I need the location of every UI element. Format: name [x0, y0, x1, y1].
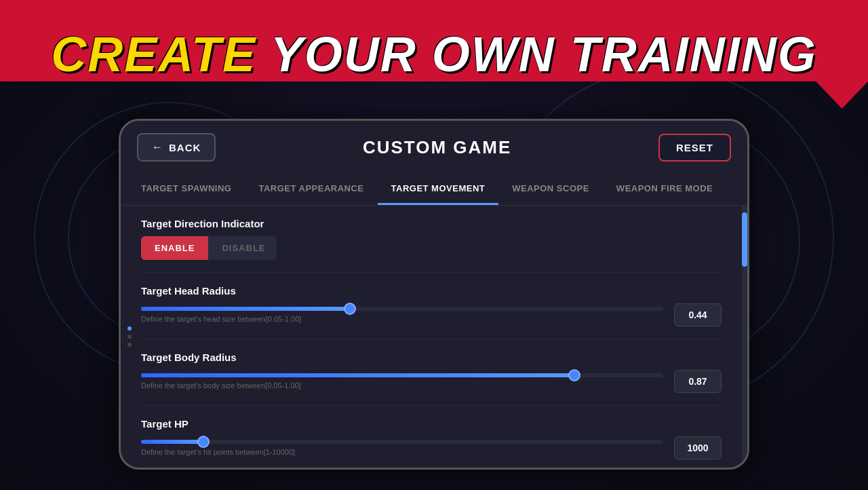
- target-hp-label: Target HP: [141, 418, 722, 430]
- tab-bar: TARGET SPAWNING TARGET APPEARANCE TARGET…: [121, 174, 747, 206]
- banner-title: CREATE YOUR OWN TRAINING: [51, 30, 816, 79]
- target-hp-slider-row: Define the target's hit points between[1…: [141, 436, 722, 459]
- head-radius-thumb[interactable]: [344, 303, 356, 315]
- back-arrow-icon: ←: [152, 141, 163, 153]
- setting-body-radius: Target Body Radius Define the target's b…: [141, 339, 722, 406]
- side-dot-3: [127, 343, 132, 347]
- back-label: BACK: [169, 142, 201, 153]
- scrollbar[interactable]: [742, 206, 747, 468]
- banner-title-white: YOUR OWN TRAINING: [256, 27, 817, 81]
- body-radius-label: Target Body Radius: [141, 352, 722, 363]
- body-radius-track[interactable]: [141, 373, 663, 377]
- content-area: Target Direction Indicator ENABLE DISABL…: [121, 206, 747, 468]
- head-radius-slider-container: Define the target's head size between[0.…: [141, 307, 663, 323]
- body-radius-thumb[interactable]: [568, 369, 580, 381]
- target-hp-value: 1000: [674, 436, 722, 459]
- scrollbar-thumb[interactable]: [742, 212, 747, 267]
- tab-target-appearance[interactable]: TARGET APPEARANCE: [245, 174, 377, 205]
- banner-title-yellow: CREATE: [51, 27, 256, 81]
- tab-target-spawning[interactable]: TARGET SPAWNING: [127, 174, 245, 205]
- head-radius-slider-row: Define the target's head size between[0.…: [141, 303, 722, 326]
- body-radius-value: 0.87: [674, 370, 722, 393]
- tab-target-movement[interactable]: TARGET MOVEMENT: [378, 174, 499, 205]
- target-hp-thumb[interactable]: [197, 436, 210, 448]
- side-dot-2: [127, 335, 132, 339]
- phone-inner: ← BACK CUSTOM GAME RESET TARGET SPAWNING…: [121, 121, 747, 468]
- target-hp-slider-container: Define the target's hit points between[1…: [141, 440, 663, 456]
- head-radius-fill: [141, 307, 350, 311]
- head-radius-label: Target Head Radius: [141, 285, 722, 297]
- tab-weapon-fire-mode[interactable]: WEAPON FIRE MODE: [603, 174, 726, 205]
- direction-indicator-toggle: ENABLE DISABLE: [141, 236, 277, 260]
- head-radius-value: 0.44: [674, 303, 722, 326]
- phone-frame: ← BACK CUSTOM GAME RESET TARGET SPAWNING…: [119, 119, 749, 470]
- tab-weapon-scope[interactable]: WEAPON SCOPE: [498, 174, 603, 205]
- side-dot-1: [127, 326, 132, 331]
- target-hp-hint: Define the target's hit points between[1…: [141, 448, 663, 456]
- setting-head-radius: Target Head Radius Define the target's h…: [141, 273, 722, 339]
- head-radius-hint: Define the target's head size between[0.…: [141, 315, 663, 323]
- toggle-disable-button[interactable]: DISABLE: [208, 236, 277, 260]
- setting-direction-indicator: Target Direction Indicator ENABLE DISABL…: [141, 206, 722, 273]
- page-header: ← BACK CUSTOM GAME RESET: [121, 121, 747, 174]
- setting-target-hp: Target HP Define the target's hit points…: [141, 406, 722, 468]
- target-hp-track[interactable]: [141, 440, 663, 444]
- body-radius-slider-container: Define the target's body size between[0.…: [141, 373, 663, 390]
- back-button[interactable]: ← BACK: [137, 133, 216, 162]
- body-radius-fill: [141, 373, 574, 377]
- target-hp-fill: [141, 440, 203, 444]
- page-title: CUSTOM GAME: [363, 137, 511, 158]
- direction-indicator-label: Target Direction Indicator: [141, 218, 722, 229]
- head-radius-track[interactable]: [141, 307, 663, 311]
- settings-content: Target Direction Indicator ENABLE DISABL…: [121, 206, 742, 468]
- reset-button[interactable]: RESET: [658, 134, 731, 162]
- body-radius-hint: Define the target's body size between[0.…: [141, 381, 663, 390]
- body-radius-slider-row: Define the target's body size between[0.…: [141, 370, 722, 393]
- toggle-enable-button[interactable]: ENABLE: [141, 236, 208, 260]
- side-indicators: [127, 326, 132, 347]
